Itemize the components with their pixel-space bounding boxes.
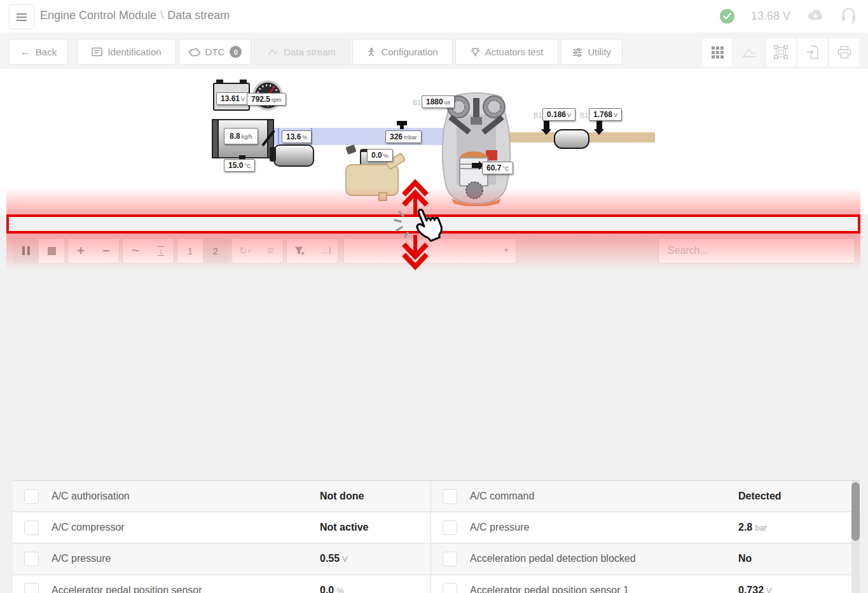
battery-voltage-indicator: 13.68 V xyxy=(751,10,790,23)
export-button[interactable] xyxy=(798,38,827,66)
scrollbar-thumb[interactable] xyxy=(851,482,860,541)
search-input[interactable] xyxy=(658,238,855,263)
intake-air-temp-label[interactable]: 15.0°C xyxy=(224,159,255,172)
purge-valve-label[interactable]: 0.0% xyxy=(367,149,393,162)
text-height-icon: ↕ xyxy=(158,246,165,256)
columns-group: 1 2 xyxy=(177,238,229,263)
row-checkbox[interactable] xyxy=(24,552,39,566)
layout-view-button[interactable] xyxy=(766,38,796,66)
parameters-column-left: A/C authorisationNot done A/C compressor… xyxy=(13,481,431,593)
parameters-table: A/C authorisationNot done A/C compressor… xyxy=(13,480,860,593)
o2-upstream-label[interactable]: 0.186V xyxy=(542,108,575,121)
tab-utility[interactable]: Utility xyxy=(561,39,623,65)
tab-dtc[interactable]: DTC 0 xyxy=(179,39,251,65)
line-chart-icon xyxy=(268,48,279,56)
go-to-end-button[interactable]: → xyxy=(312,239,338,263)
engine-block-icon xyxy=(437,92,515,206)
back-button[interactable]: ← Back xyxy=(9,39,68,65)
list-button[interactable]: ≡ xyxy=(258,239,283,263)
table-scrollbar[interactable] xyxy=(851,481,860,593)
two-columns-button[interactable]: 2 xyxy=(203,239,228,263)
tab-actuators-test[interactable]: Actuators test xyxy=(455,39,558,65)
table-row[interactable]: A/C pressure0.55V xyxy=(13,543,431,575)
parameters-column-right: A/C commandDetected A/C pressure2.8bar A… xyxy=(431,481,860,593)
add-button[interactable]: + xyxy=(68,239,93,263)
tab-data-stream[interactable]: Data stream xyxy=(254,39,350,65)
end-bar-icon xyxy=(329,247,331,255)
purge-nozzle-icon xyxy=(345,144,356,155)
chart-view-button[interactable] xyxy=(734,38,764,66)
cloud-download-icon[interactable] xyxy=(807,9,824,24)
stop-button[interactable] xyxy=(39,239,64,263)
tab-configuration[interactable]: Configuration xyxy=(352,39,453,65)
connector-icon xyxy=(367,47,376,57)
print-button[interactable] xyxy=(830,38,859,66)
param-label: Acceleration pedal detection blocked xyxy=(470,553,636,564)
fit-height-button[interactable]: ↕ xyxy=(148,239,174,263)
row-checkbox[interactable] xyxy=(24,583,39,593)
engine-schematic: 13.61V 792.5rpm 8.8kg/h 15.0°C 13.6% 326… xyxy=(0,69,868,214)
headset-icon[interactable] xyxy=(841,6,857,26)
hamburger-icon xyxy=(17,17,27,18)
table-row[interactable]: Accelerator pedal position sensor0.0% xyxy=(13,575,431,593)
table-row[interactable]: A/C authorisationNot done xyxy=(13,481,431,512)
dtc-count-badge: 0 xyxy=(230,46,242,58)
table-row[interactable]: A/C commandDetected xyxy=(431,481,860,512)
row-checkbox[interactable] xyxy=(443,583,457,593)
resize-divider-handle[interactable] xyxy=(6,214,860,234)
catalytic-converter-icon xyxy=(554,129,589,149)
manifold-pressure-label[interactable]: 326mbar xyxy=(385,130,422,143)
o2-downstream-bank-label: B1 xyxy=(580,111,588,119)
breadcrumb-module: Engine Control Module xyxy=(40,9,156,22)
filter-group: → xyxy=(286,238,338,263)
table-row[interactable]: Accelerator pedal position sensor 10.732… xyxy=(431,575,860,593)
pause-button[interactable] xyxy=(13,239,39,263)
tab-identification[interactable]: Identification xyxy=(77,39,176,65)
param-label: A/C authorisation xyxy=(52,491,130,502)
o2-upstream-bank-label: B1 xyxy=(534,111,542,119)
vapor-canister-icon xyxy=(345,164,399,196)
app-header: Engine Control Module\Data stream 13.68 … xyxy=(0,0,868,33)
id-card-icon xyxy=(92,47,102,57)
engine-speed-label[interactable]: 792.5rpm xyxy=(247,93,286,106)
table-row[interactable]: A/C pressure2.8bar xyxy=(431,512,860,543)
diagnostic-app: Engine Control Module\Data stream 13.68 … xyxy=(0,0,868,593)
param-label: Accelerator pedal position sensor xyxy=(52,585,202,593)
injection-time-label[interactable]: 1880us xyxy=(422,95,455,108)
param-label: A/C command xyxy=(470,491,534,502)
curve-icon xyxy=(742,46,756,58)
breadcrumb: Engine Control Module\Data stream xyxy=(40,9,230,22)
coolant-arrow-icon xyxy=(472,163,479,168)
one-column-button[interactable]: 1 xyxy=(177,239,203,263)
air-flow-label[interactable]: 8.8kg/h xyxy=(224,128,258,144)
export-file-icon xyxy=(806,45,819,59)
coolant-temp-label[interactable]: 60.7°C xyxy=(482,162,513,174)
o2-downstream-label[interactable]: 1.768V xyxy=(589,108,622,121)
row-checkbox[interactable] xyxy=(24,520,39,535)
graph-mode-button[interactable]: ~ xyxy=(123,239,148,263)
breadcrumb-page: Data stream xyxy=(167,9,230,22)
menu-button[interactable] xyxy=(9,4,34,29)
clear-selection-button[interactable]: ↻x xyxy=(232,239,258,263)
throttle-pipe-edge xyxy=(278,128,279,145)
throttle-position-label[interactable]: 13.6% xyxy=(282,130,312,143)
printer-icon xyxy=(837,46,851,59)
injection-bank-label: B1 xyxy=(413,99,421,106)
data-stream-section: + − ~ ↕ 1 2 ↻x ≡ → ▾ A/C authorisationNo… xyxy=(0,214,868,593)
identification-label: Identification xyxy=(107,46,161,57)
grid-view-button[interactable] xyxy=(703,38,732,66)
table-row[interactable]: Acceleration pedal detection blockedNo xyxy=(431,543,860,575)
row-checkbox[interactable] xyxy=(443,520,457,535)
remove-button[interactable]: − xyxy=(93,239,119,263)
battery-voltage-label[interactable]: 13.61V xyxy=(216,92,249,105)
data-stream-label: Data stream xyxy=(284,46,336,57)
table-row[interactable]: A/C compressorNot active xyxy=(13,512,431,543)
row-checkbox[interactable] xyxy=(24,489,39,504)
row-checkbox[interactable] xyxy=(443,552,457,566)
o2-sensor-downstream-icon xyxy=(596,121,602,130)
param-label: A/C pressure xyxy=(52,553,111,564)
clear-filter-button[interactable] xyxy=(287,239,312,263)
bulb-icon xyxy=(471,47,480,57)
group-select[interactable]: ▾ xyxy=(343,238,516,263)
row-checkbox[interactable] xyxy=(443,489,457,504)
